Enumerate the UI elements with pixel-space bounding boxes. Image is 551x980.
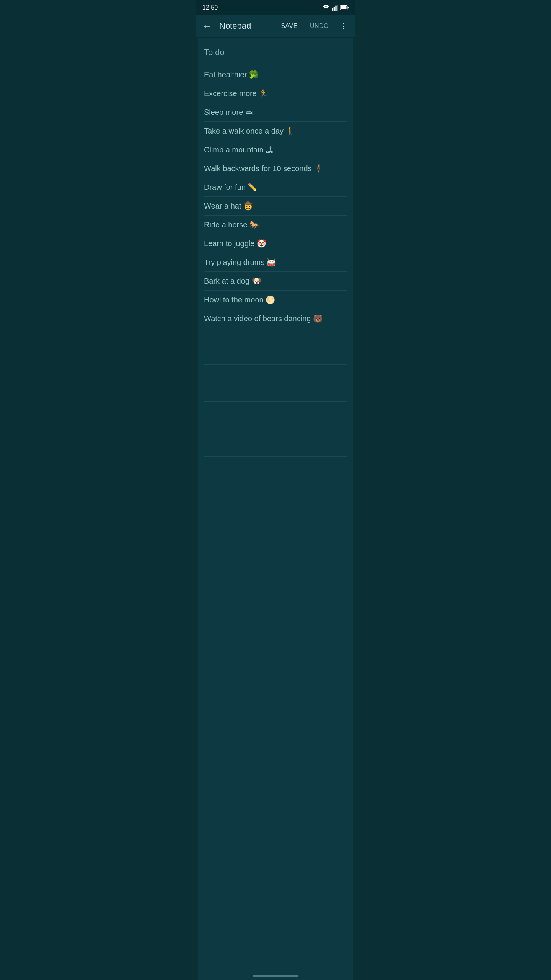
status-bar: 12:50 xyxy=(196,0,355,15)
notepad-lines[interactable]: Eat healthier 🥦Excercise more 🏃Sleep mor… xyxy=(204,65,347,475)
list-item[interactable]: Draw for fun ✏️ xyxy=(204,178,347,197)
empty-line[interactable] xyxy=(204,420,347,438)
list-item[interactable]: Eat healthier 🥦 xyxy=(204,65,347,84)
status-icons xyxy=(323,5,349,11)
home-indicator xyxy=(253,975,298,977)
battery-icon xyxy=(340,5,349,10)
notepad-title: To do xyxy=(204,44,347,62)
list-item-text: Excercise more 🏃 xyxy=(204,88,268,99)
list-item-text: Eat healthier 🥦 xyxy=(204,69,259,80)
list-item-text: Take a walk once a day 🚶 xyxy=(204,126,295,136)
list-item[interactable]: Learn to juggle 🤡 xyxy=(204,234,347,253)
svg-rect-1 xyxy=(334,7,335,11)
empty-line[interactable] xyxy=(204,438,347,457)
list-item-text: Learn to juggle 🤡 xyxy=(204,238,266,249)
wifi-icon xyxy=(323,5,329,10)
empty-line[interactable] xyxy=(204,457,347,475)
list-item-text: Watch a video of bears dancing 🐻 xyxy=(204,313,323,324)
list-item[interactable]: Sleep more 🛏 xyxy=(204,103,347,122)
more-button[interactable]: ⋮ xyxy=(336,19,352,33)
svg-rect-5 xyxy=(348,7,349,9)
list-item[interactable]: Howl to the moon 🌕 xyxy=(204,291,347,309)
list-item[interactable]: Excercise more 🏃 xyxy=(204,84,347,103)
list-item[interactable]: Watch a video of bears dancing 🐻 xyxy=(204,309,347,328)
list-item-text: Draw for fun ✏️ xyxy=(204,182,257,193)
list-item[interactable]: Walk backwards for 10 seconds 🕴 xyxy=(204,159,347,178)
empty-line[interactable] xyxy=(204,346,347,365)
save-button[interactable]: SAVE xyxy=(276,20,302,33)
list-item-text: Ride a horse 🐎 xyxy=(204,219,259,230)
list-item[interactable]: Climb a mountain 🏞 xyxy=(204,140,347,159)
svg-rect-0 xyxy=(332,8,333,11)
signal-icon xyxy=(332,5,338,11)
list-item[interactable]: Wear a hat 🤠 xyxy=(204,197,347,216)
back-button[interactable]: ← xyxy=(199,18,215,34)
empty-line[interactable] xyxy=(204,402,347,420)
empty-line[interactable] xyxy=(204,328,347,346)
notepad-container: To do Eat healthier 🥦Excercise more 🏃Sle… xyxy=(198,38,353,980)
list-item[interactable]: Ride a horse 🐎 xyxy=(204,216,347,234)
svg-rect-2 xyxy=(335,6,336,11)
list-item-text: Sleep more 🛏 xyxy=(204,107,253,118)
empty-line[interactable] xyxy=(204,365,347,383)
list-item-text: Wear a hat 🤠 xyxy=(204,201,253,211)
list-item-text: Howl to the moon 🌕 xyxy=(204,294,275,305)
toolbar: ← Notepad SAVE UNDO ⋮ xyxy=(196,15,355,37)
list-item[interactable]: Take a walk once a day 🚶 xyxy=(204,122,347,140)
empty-line[interactable] xyxy=(204,383,347,402)
list-item-text: Walk backwards for 10 seconds 🕴 xyxy=(204,163,323,174)
list-item[interactable]: Bark at a dog 🐶 xyxy=(204,272,347,291)
list-item-text: Try playing drums 🥁 xyxy=(204,257,276,268)
status-time: 12:50 xyxy=(202,4,218,11)
svg-rect-3 xyxy=(337,5,338,11)
list-item-text: Climb a mountain 🏞 xyxy=(204,144,273,155)
list-item[interactable]: Try playing drums 🥁 xyxy=(204,253,347,272)
undo-button[interactable]: UNDO xyxy=(305,20,333,33)
toolbar-title: Notepad xyxy=(219,21,273,31)
list-item-text: Bark at a dog 🐶 xyxy=(204,276,261,286)
svg-rect-6 xyxy=(341,6,347,9)
